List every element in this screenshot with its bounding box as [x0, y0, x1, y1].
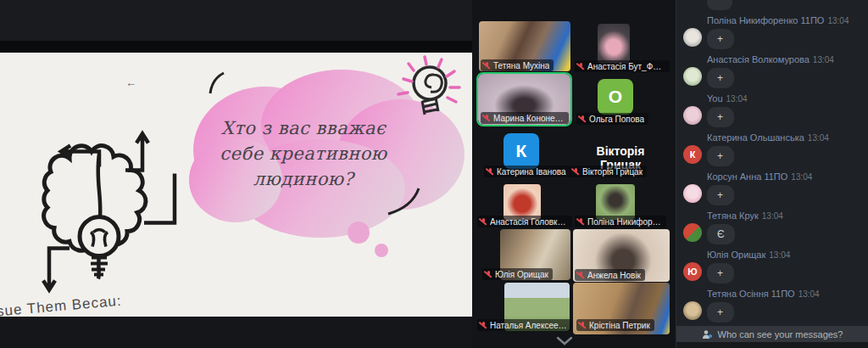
lightbulb-doodle-icon — [383, 54, 468, 126]
video-grid-pane: Тетяна Мухіна Анастасія Бут_ФППОМ Марина… — [472, 0, 676, 348]
message-time: 13:04 — [769, 250, 790, 260]
avatar[interactable] — [683, 28, 702, 47]
message-bubble[interactable]: + — [707, 302, 734, 323]
chat-panel: Поліна Никифоренко 11ПО13:04 + Анастасія… — [676, 0, 868, 348]
chat-message: Анастасія Волкомурова13:04 + — [683, 52, 860, 88]
slide-question-text: Хто з вас вважає себе креативною людиною… — [209, 115, 398, 192]
participant-name-label: Тетяна Мухіна — [481, 59, 554, 71]
chat-message: Корсун Анна 11ПО13:04 + — [683, 169, 860, 205]
slide-question-line2: себе креативною — [209, 141, 398, 166]
video-feed[interactable] — [598, 24, 630, 64]
sender-name: Поліна Никифоренко 11ПО — [707, 15, 824, 25]
chat-message: Тетяна Крук13:04 Є — [683, 208, 860, 244]
sender-name: Тетяна Крук — [707, 210, 759, 221]
mic-muted-icon — [572, 167, 580, 176]
message-time: 13:04 — [827, 16, 849, 25]
who-can-see-messages-label: Who can see your messages? — [718, 329, 843, 340]
message-time: 13:04 — [791, 172, 812, 182]
chat-message: Ю Юлія Орищак13:04 + — [683, 247, 860, 283]
avatar-initial[interactable]: О — [598, 79, 633, 115]
chevron-down-icon[interactable] — [555, 335, 574, 345]
share-top-strip — [0, 0, 472, 41]
participant-name-label: Анастасія Головко 31 … — [477, 216, 572, 227]
participant-name-label: Вікторія Грицак — [570, 166, 647, 177]
avatar[interactable] — [683, 67, 702, 86]
avatar-photo[interactable] — [596, 184, 635, 220]
share-black-band — [0, 41, 472, 53]
mic-muted-icon — [577, 271, 585, 279]
who-can-see-messages-bar[interactable]: Who can see your messages? — [676, 326, 868, 342]
avatar-photo[interactable] — [504, 184, 541, 220]
chat-message: Поліна Никифоренко 11ПО13:04 + — [683, 13, 860, 49]
participant-name-label: Крістіна Петрик — [576, 319, 654, 331]
message-time: 13:04 — [798, 289, 820, 299]
mic-muted-icon — [480, 321, 487, 329]
avatar-initial[interactable]: К — [504, 133, 539, 169]
message-time: 13:04 — [762, 211, 783, 221]
avatar[interactable] — [683, 301, 702, 320]
message-bubble[interactable]: + — [707, 263, 734, 283]
participant-name-label: Анжела Новік — [575, 269, 645, 281]
chat-bottom-strip — [676, 342, 868, 348]
mic-muted-icon — [577, 217, 585, 226]
participant-name-label: Марина Кононенко — [481, 112, 569, 124]
slide-question-line1: Хто з вас вважає — [209, 115, 398, 141]
sender-name: You — [707, 93, 723, 104]
slide-question-line3: людиною? — [209, 166, 398, 192]
participant-name-label: Анастасія Бут_ФППОМ — [575, 60, 670, 72]
mic-muted-icon — [487, 167, 494, 176]
mouse-cursor-arrow: ← — [125, 76, 136, 89]
sender-name: Корсун Анна 11ПО — [707, 171, 787, 182]
participant-name-label: Поліна Никифоренко … — [575, 216, 666, 227]
avatar[interactable] — [683, 106, 702, 125]
avatar-initial[interactable]: К — [683, 145, 702, 164]
participant-name-label: Наталья Алексеенко — [477, 319, 572, 331]
mic-muted-icon — [485, 270, 492, 278]
participant-name-label: Катерина Іванова — [484, 166, 570, 177]
chat-message: You13:04 + — [683, 91, 860, 127]
mic-muted-icon — [579, 321, 587, 329]
audience-icon — [702, 329, 713, 340]
mic-muted-icon — [579, 115, 587, 123]
mic-muted-icon — [480, 217, 487, 226]
mic-muted-icon — [483, 114, 491, 122]
sender-name: Анастасія Волкомурова — [707, 54, 810, 65]
chat-message-list[interactable]: Поліна Никифоренко 11ПО13:04 + Анастасія… — [676, 0, 868, 326]
message-time: 13:04 — [726, 94, 748, 104]
sender-name: Катерина Ольшанська — [707, 132, 804, 143]
mic-muted-icon — [483, 61, 491, 70]
participant-name-label: Юлія Орищак — [482, 268, 553, 280]
message-bubble[interactable]: + — [707, 29, 734, 49]
chat-message: Тетяна Осіння 11ПО13:04 + — [683, 286, 860, 323]
message-time: 13:04 — [813, 55, 834, 65]
message-bubble[interactable]: + — [707, 68, 734, 88]
sender-name: Тетяна Осіння 11ПО — [707, 289, 795, 299]
avatar-initial[interactable]: Ю — [683, 262, 702, 281]
partial-message-bubble — [707, 0, 732, 10]
sender-name: Юлія Орищак — [707, 250, 765, 260]
avatar[interactable] — [683, 223, 702, 242]
message-time: 13:04 — [808, 133, 829, 143]
chat-message: К Катерина Ольшанська13:04 + — [683, 130, 860, 166]
screen-share-pane: Хто з вас вважає себе креативною людиною… — [0, 0, 472, 348]
message-bubble[interactable]: + — [707, 107, 734, 127]
message-bubble[interactable]: Є — [707, 224, 735, 244]
avatar[interactable] — [683, 184, 702, 203]
message-bubble[interactable]: + — [707, 146, 734, 166]
mic-muted-icon — [577, 62, 585, 70]
brain-lightbulb-illustration — [17, 119, 178, 301]
presentation-slide: Хто з вас вважає себе креативною людиною… — [0, 53, 472, 317]
participant-name-label: Ольга Попова — [576, 113, 648, 125]
message-bubble[interactable]: + — [707, 185, 734, 205]
